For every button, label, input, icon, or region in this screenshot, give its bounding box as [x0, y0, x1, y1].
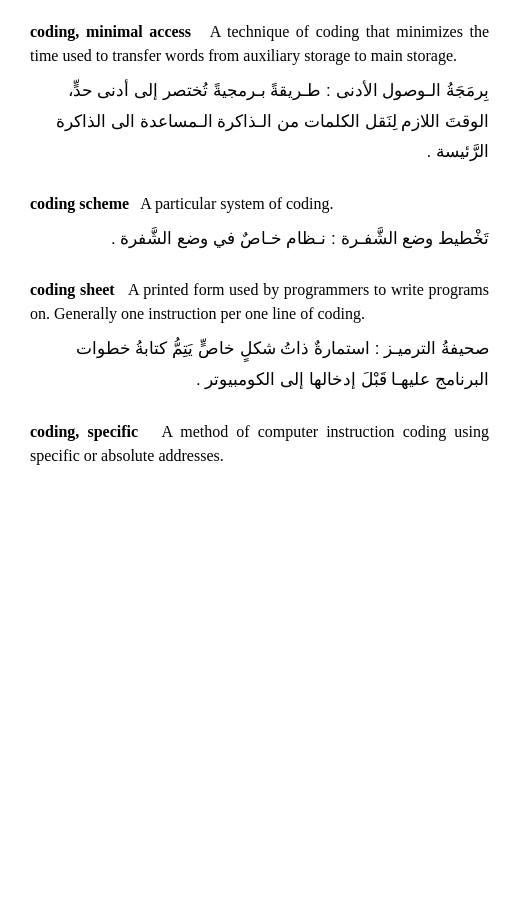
entry-coding-scheme: coding scheme A particular system of cod…: [30, 192, 489, 255]
entry-term-4: coding, specific: [30, 423, 138, 440]
entry-term-3: coding sheet: [30, 281, 115, 298]
entry-coding-minimal-access: coding, minimal access A technique of co…: [30, 20, 489, 168]
entry-coding-specific: coding, specific A method of computer in…: [30, 420, 489, 468]
entry-en-4: coding, specific A method of computer in…: [30, 420, 489, 468]
entry-term-1: coding, minimal access: [30, 23, 191, 40]
entry-ar-3: صحيفةُ الترميـز : استمارةٌ ذاتُ شكلٍ خاص…: [30, 334, 489, 395]
entry-def-en-2: A particular system of coding.: [140, 195, 333, 212]
entry-term-2: coding scheme: [30, 195, 129, 212]
entry-en-3: coding sheet A printed form used by prog…: [30, 278, 489, 326]
entries-container: coding, minimal access A technique of co…: [30, 20, 489, 468]
entry-en-1: coding, minimal access A technique of co…: [30, 20, 489, 68]
entry-ar-1: بِرمَجَةُ الـوصول الأدنى : طـريقةً بـرمج…: [30, 76, 489, 168]
entry-coding-sheet: coding sheet A printed form used by prog…: [30, 278, 489, 395]
entry-ar-2: تَخْطيط وضع الشَّفـرة : نـظام خـاصٌ في و…: [30, 224, 489, 255]
entry-en-2: coding scheme A particular system of cod…: [30, 192, 489, 216]
